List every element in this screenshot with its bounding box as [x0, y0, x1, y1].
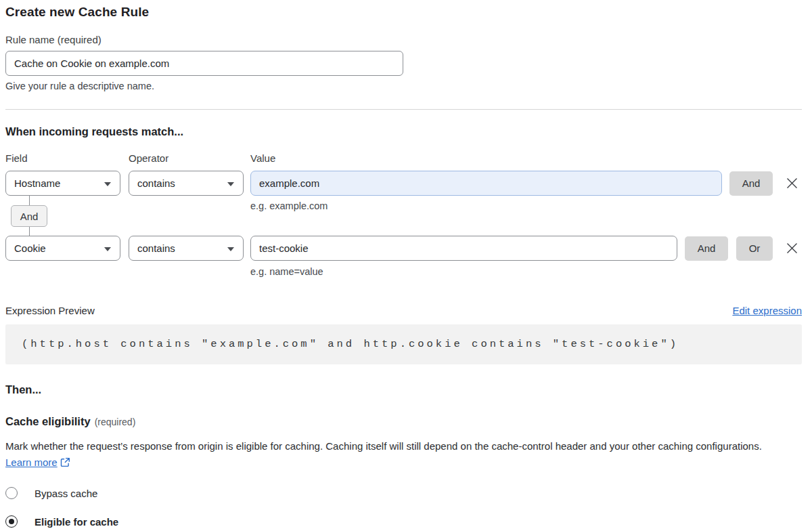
chevron-down-icon	[104, 182, 111, 186]
rule-name-input[interactable]	[5, 51, 403, 76]
chevron-down-icon	[104, 247, 111, 251]
then-heading: Then...	[5, 383, 802, 396]
create-cache-rule-page: Create new Cache Rule Rule name (require…	[5, 0, 802, 528]
condition-row: Hostname contains And	[5, 171, 802, 196]
page-title: Create new Cache Rule	[5, 5, 802, 20]
value-column-label: Value	[250, 152, 275, 164]
field-column-label: Field	[5, 152, 129, 164]
remove-condition-button[interactable]	[783, 175, 800, 192]
field-select-value: Hostname	[14, 177, 60, 189]
edit-expression-link[interactable]: Edit expression	[732, 305, 802, 316]
field-select-value: Cookie	[14, 242, 46, 254]
cache-eligibility-heading: Cache eligibility(required)	[5, 415, 802, 428]
radio-icon	[5, 487, 18, 499]
match-section-heading: When incoming requests match...	[5, 125, 802, 138]
close-icon	[786, 177, 798, 189]
field-select[interactable]: Hostname	[5, 171, 120, 196]
connector-band: And e.g. example.com	[5, 196, 802, 236]
value-input[interactable]	[250, 171, 722, 196]
expression-preview-label: Expression Preview	[5, 305, 95, 316]
expression-preview-header: Expression Preview Edit expression	[5, 305, 802, 316]
operator-select-value: contains	[137, 242, 175, 254]
required-note: (required)	[95, 417, 136, 427]
radio-option-label: Bypass cache	[35, 488, 97, 499]
radio-option-label: Eligible for cache	[35, 516, 118, 528]
chevron-down-icon	[227, 182, 234, 186]
radio-option-eligible-for-cache[interactable]: Eligible for cache	[5, 515, 802, 528]
cache-eligibility-title: Cache eligibility	[5, 415, 91, 427]
operator-select[interactable]: contains	[129, 236, 244, 261]
and-button[interactable]: And	[729, 171, 773, 196]
value-input[interactable]	[250, 236, 677, 261]
close-icon	[786, 242, 798, 254]
or-button[interactable]: Or	[736, 236, 773, 261]
value-hint: e.g. example.com	[250, 200, 328, 211]
operator-column-label: Operator	[129, 152, 250, 164]
builder-column-labels: Field Operator Value	[5, 152, 802, 164]
description-text: Mark whether the request’s response from…	[5, 440, 762, 452]
operator-select[interactable]: contains	[129, 171, 244, 196]
connector-line	[29, 196, 30, 205]
condition-connector-and-button[interactable]: And	[11, 205, 47, 227]
connector-line	[29, 227, 30, 236]
condition-row: Cookie contains And Or	[5, 236, 802, 261]
radio-icon	[5, 515, 18, 528]
learn-more-link[interactable]: Learn more	[5, 456, 58, 468]
remove-condition-button[interactable]	[783, 240, 800, 257]
rule-name-helper: Give your rule a descriptive name.	[5, 81, 802, 91]
and-button[interactable]: And	[685, 236, 728, 261]
cache-eligibility-description: Mark whether the request’s response from…	[5, 438, 790, 471]
operator-select-value: contains	[137, 177, 175, 189]
rule-name-label: Rule name (required)	[5, 34, 802, 45]
radio-option-bypass-cache[interactable]: Bypass cache	[5, 487, 802, 499]
value-hint: e.g. name=value	[250, 266, 802, 277]
field-select[interactable]: Cookie	[5, 236, 120, 261]
chevron-down-icon	[227, 247, 234, 251]
expression-code-block: (http.host contains "example.com" and ht…	[5, 324, 802, 364]
section-divider	[5, 109, 802, 110]
external-link-icon	[60, 457, 70, 467]
